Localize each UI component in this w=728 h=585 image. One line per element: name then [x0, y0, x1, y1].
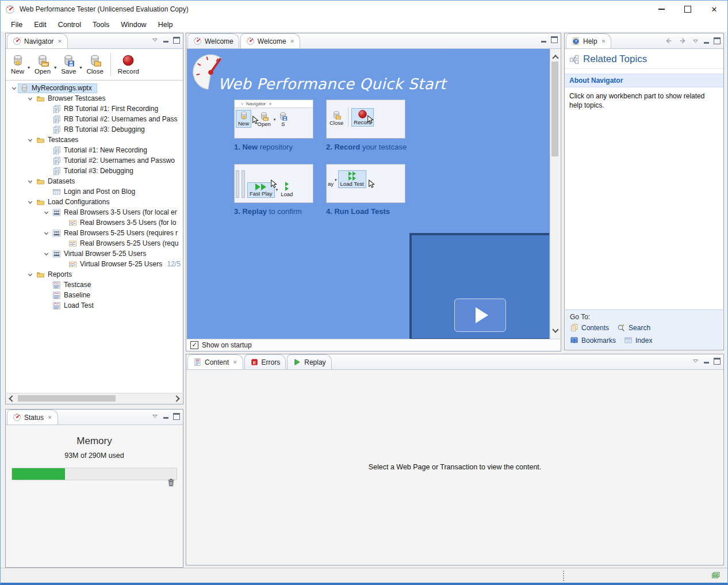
- tab-replay[interactable]: Replay: [287, 354, 331, 369]
- cursor-icon: [368, 179, 376, 188]
- minimize-icon[interactable]: [163, 41, 168, 43]
- garbage-collect-button[interactable]: [166, 477, 176, 490]
- chevron-down-icon[interactable]: [41, 230, 51, 237]
- tab-welcome[interactable]: Welcome: [187, 33, 239, 48]
- tree-row[interactable]: RB Tutorial #2: Usernames and Pass: [6, 114, 183, 124]
- tab-errors[interactable]: Errors: [244, 354, 286, 369]
- forward-icon[interactable]: [678, 36, 687, 45]
- record-icon: [358, 109, 367, 119]
- minimize-icon[interactable]: [163, 417, 168, 419]
- chevron-down-icon[interactable]: [41, 250, 51, 258]
- tree-row[interactable]: Browser Testcases: [6, 93, 183, 104]
- tree-row[interactable]: Testcases: [6, 135, 183, 145]
- minimize-button[interactable]: [648, 1, 675, 18]
- maximize-button[interactable]: [675, 1, 701, 18]
- scroll-right-icon[interactable]: [173, 395, 179, 402]
- show-on-startup-checkbox[interactable]: ✓: [190, 341, 198, 349]
- tree-row[interactable]: Tutorial #2: Usernames and Passwo: [6, 155, 183, 166]
- doc-icon: [52, 125, 61, 134]
- tree-row[interactable]: Load Configurations: [6, 197, 183, 207]
- chevron-down-icon[interactable]: [25, 198, 35, 206]
- tree-row[interactable]: Tutorial #3: Debugging: [6, 166, 183, 176]
- maximize-icon[interactable]: [173, 413, 180, 420]
- menu-tools[interactable]: Tools: [87, 19, 115, 30]
- tab-welcome[interactable]: Welcome ✕: [240, 33, 300, 48]
- menu-help[interactable]: Help: [152, 19, 179, 30]
- dropdown-arrow[interactable]: ▾: [28, 65, 30, 70]
- vertical-scrollbar[interactable]: [550, 49, 560, 339]
- menu-control[interactable]: Control: [52, 19, 87, 30]
- chevron-down-icon[interactable]: [9, 85, 18, 92]
- save-button[interactable]: Save: [58, 53, 79, 76]
- chevron-down-icon[interactable]: [25, 136, 35, 144]
- horizontal-scrollbar[interactable]: [6, 393, 182, 403]
- dropdown-arrow[interactable]: ▾: [79, 65, 82, 70]
- memory-progressbar: [12, 468, 177, 480]
- minimize-icon[interactable]: [704, 362, 709, 364]
- close-icon[interactable]: ✕: [58, 39, 62, 44]
- view-menu-icon[interactable]: [151, 412, 159, 420]
- new-button[interactable]: New: [8, 53, 27, 76]
- bookmarks-icon: [570, 336, 578, 345]
- view-menu-icon[interactable]: [151, 36, 159, 44]
- maximize-icon[interactable]: [714, 358, 721, 365]
- chevron-down-icon[interactable]: [41, 209, 51, 216]
- close-icon[interactable]: ✕: [233, 360, 237, 365]
- tree-row[interactable]: Real Browsers 5-25 Users (requ: [6, 238, 183, 248]
- close-button[interactable]: ✕: [701, 1, 727, 18]
- dropdown-arrow[interactable]: ▾: [54, 65, 56, 70]
- drag-handle[interactable]: [563, 571, 566, 581]
- close-icon[interactable]: ✕: [601, 39, 606, 44]
- tree-row[interactable]: Datasets: [6, 176, 183, 186]
- tree-row[interactable]: Testcase: [6, 280, 183, 290]
- tree-row[interactable]: Baseline: [6, 290, 183, 300]
- chevron-down-icon[interactable]: [25, 178, 35, 185]
- scrollbar-thumb[interactable]: [551, 62, 558, 156]
- tree-row[interactable]: MyRecordings.wptx: [6, 83, 183, 93]
- minimize-icon[interactable]: [541, 41, 546, 43]
- tutorial-video[interactable]: [409, 233, 549, 339]
- goto-search-link[interactable]: Search: [617, 323, 650, 332]
- chevron-down-icon[interactable]: [25, 95, 35, 102]
- menu-window[interactable]: Window: [115, 19, 152, 30]
- close-button[interactable]: Close: [83, 53, 106, 76]
- maximize-icon[interactable]: [173, 37, 180, 44]
- tree-row[interactable]: Tutorial #1: New Recording: [6, 145, 183, 155]
- tree-row[interactable]: Real Browsers 3-5 Users (for local er: [6, 207, 183, 217]
- tab-status[interactable]: Status ✕: [7, 410, 58, 425]
- back-icon[interactable]: [664, 36, 673, 45]
- tab-help[interactable]: Help ✕: [566, 33, 611, 48]
- video-play-button[interactable]: [454, 299, 506, 332]
- tree-row[interactable]: RB Tutorial #3: Debugging: [6, 124, 183, 135]
- tree-row[interactable]: Load Test: [6, 300, 183, 311]
- scroll-left-icon[interactable]: [9, 395, 15, 402]
- tree-row[interactable]: Reports: [6, 269, 183, 280]
- tree-row[interactable]: Login and Post on Blog: [6, 186, 183, 197]
- tree-row[interactable]: Virtual Browser 5-25 Users 12/5: [6, 259, 183, 269]
- goto-contents-link[interactable]: Contents: [570, 323, 609, 332]
- tab-navigator[interactable]: Navigator ✕: [7, 33, 68, 48]
- menu-edit[interactable]: Edit: [28, 19, 52, 30]
- maximize-icon[interactable]: [551, 36, 558, 43]
- tree-row[interactable]: Real Browsers 5-25 Users (requires r: [6, 228, 183, 238]
- goto-index-link[interactable]: Index: [624, 336, 652, 345]
- view-menu-icon[interactable]: [692, 37, 699, 45]
- scrollbar-thumb[interactable]: [18, 395, 116, 402]
- close-icon[interactable]: ✕: [290, 39, 295, 44]
- minimize-icon[interactable]: [704, 42, 709, 44]
- chevron-down-icon[interactable]: [25, 271, 35, 278]
- scroll-down-icon[interactable]: [553, 324, 558, 334]
- goto-bookmarks-link[interactable]: Bookmarks: [570, 336, 616, 345]
- restore-welcome-icon[interactable]: [710, 571, 721, 583]
- maximize-icon[interactable]: [714, 37, 721, 44]
- record-button[interactable]: Record: [115, 53, 142, 76]
- menu-file[interactable]: File: [5, 19, 28, 30]
- tab-content[interactable]: Content ✕: [187, 354, 243, 369]
- tree-row[interactable]: Real Browsers 3-5 Users (for lo: [6, 217, 183, 228]
- close-icon[interactable]: ✕: [48, 415, 52, 420]
- tree-row[interactable]: RB Tutorial #1: First Recording: [6, 104, 183, 114]
- tree-row[interactable]: Virtual Browser 5-25 Users: [6, 248, 183, 259]
- view-menu-icon[interactable]: [692, 357, 699, 365]
- open-button[interactable]: Open: [32, 53, 53, 76]
- toolbar-button-label: Save: [61, 68, 76, 75]
